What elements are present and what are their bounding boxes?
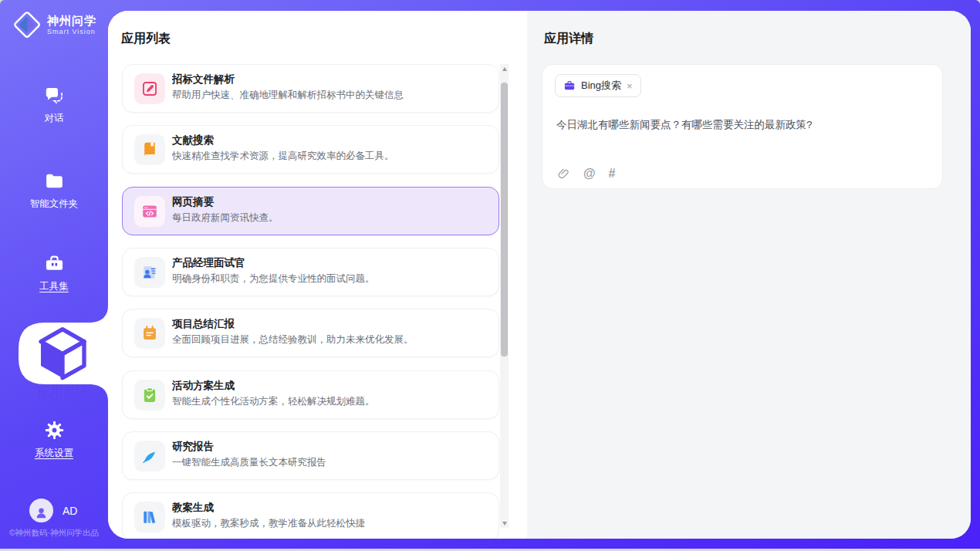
app-icon-tile [134, 502, 165, 532]
app-icon-tile [134, 380, 165, 411]
app-desc: 快速精准查找学术资源，提高研究效率的必备工具。 [172, 150, 488, 163]
interviewer-icon [141, 264, 158, 281]
scroll-up-button[interactable] [500, 64, 509, 73]
brand-logo-icon [12, 10, 42, 39]
app-list-title: 应用列表 [121, 31, 171, 47]
gear-icon [44, 420, 65, 441]
brand-subtitle: Smart Vision [47, 28, 96, 36]
app-desc: 帮助用户快速、准确地理解和解析招标书中的关键信息 [172, 89, 488, 102]
user-name: AD [63, 505, 77, 517]
brand: 神州问学 Smart Vision [12, 10, 96, 39]
app-icon-tile [134, 196, 165, 227]
query-text-input[interactable]: 今日湖北有哪些新闻要点？有哪些需要关注的最新政策? [556, 117, 930, 132]
app-desc: 每日政府新闻资讯快查。 [172, 211, 488, 225]
app-card-webpage-summary[interactable]: 网页摘要 每日政府新闻资讯快查。 [122, 187, 499, 235]
app-desc: 智能生成个性化活动方案，轻松解决规划难题。 [172, 395, 488, 408]
sidebar-item-label: 工具集 [0, 280, 108, 293]
sidebar-item-label: 智能文件夹 [0, 198, 108, 211]
pencil-doc-icon [141, 80, 158, 97]
at-icon[interactable]: @ [583, 167, 596, 181]
app-detail-title: 应用详情 [544, 31, 593, 47]
sidebar: 神州问学 Smart Vision 对话 智能文件夹 工具集 应用市场 系统设置 [0, 0, 108, 549]
sidebar-item-app-market[interactable]: 应用市场 [17, 323, 108, 384]
app-name: 活动方案生成 [172, 379, 488, 393]
app-detail-panel: 应用详情 Bing搜索 × 今日湖北有哪些新闻要点？有哪些需要关注的最新政策? … [527, 11, 971, 539]
app-card-literature-search[interactable]: 文献搜索 快速精准查找学术资源，提高研究效率的必备工具。 [122, 125, 499, 174]
app-name: 网页摘要 [172, 195, 488, 209]
copyright-footer: ©神州数码·神州问学出品 [0, 528, 108, 539]
app-card-pm-interviewer[interactable]: 产品经理面试官 明确身份和职责，为您提供专业性的面试问题。 [122, 248, 499, 296]
cube-icon [17, 323, 108, 384]
chat-icon [44, 85, 65, 106]
list-scrollbar[interactable] [500, 64, 509, 528]
user-icon [34, 503, 49, 518]
composer-toolbar: @ # [556, 167, 616, 181]
app-name: 项目总结汇报 [172, 317, 488, 331]
sidebar-item-label: 对话 [0, 112, 108, 125]
browser-code-icon [141, 203, 158, 220]
app-window: 神州问学 Smart Vision 对话 智能文件夹 工具集 应用市场 系统设置 [0, 0, 980, 549]
app-name: 文献搜索 [172, 134, 488, 147]
hash-icon[interactable]: # [609, 167, 616, 181]
user-account[interactable]: AD [29, 499, 77, 522]
book-icon [141, 141, 158, 158]
paperclip-icon[interactable] [556, 167, 570, 181]
clipboard-check-icon [141, 387, 158, 404]
avatar [29, 499, 53, 522]
app-desc: 一键智能生成高质量长文本研究报告 [172, 456, 488, 469]
app-desc: 模板驱动，教案秒成，教学准备从此轻松快捷 [172, 517, 488, 530]
sidebar-item-smart-folder[interactable]: 智能文件夹 [0, 171, 108, 211]
app-card-bid-document-analysis[interactable]: 招标文件解析 帮助用户快速、准确地理解和解析招标书中的关键信息 [122, 64, 499, 113]
toolbox-icon [44, 253, 65, 274]
app-icon-tile [134, 318, 165, 349]
sidebar-item-chat[interactable]: 对话 [0, 85, 108, 125]
briefcase-icon [563, 79, 576, 92]
brand-name: 神州问学 [47, 14, 96, 27]
app-name: 研究报告 [172, 440, 488, 454]
app-name: 产品经理面试官 [172, 256, 488, 270]
app-desc: 全面回顾项目进展，总结经验教训，助力未来优化发展。 [172, 333, 488, 346]
app-card-research-report[interactable]: 研究报告 一键智能生成高质量长文本研究报告 [122, 431, 499, 480]
app-icon-tile [134, 257, 165, 288]
sidebar-item-toolset[interactable]: 工具集 [0, 253, 108, 293]
scrollbar-thumb[interactable] [501, 83, 508, 357]
calendar-note-icon [141, 325, 158, 342]
app-name: 招标文件解析 [172, 73, 488, 86]
main-content: 应用列表 招标文件解析 帮助用户快速、准确地理解和解析招标书中的关键信息 文献搜… [108, 11, 971, 539]
books-icon [141, 509, 158, 526]
app-icon-tile [134, 73, 165, 104]
sidebar-item-label: 系统设置 [0, 447, 108, 460]
app-icon-tile [134, 441, 165, 472]
app-desc: 明确身份和职责，为您提供专业性的面试问题。 [172, 272, 488, 286]
tool-tag-bing-search[interactable]: Bing搜索 × [555, 74, 641, 97]
sidebar-item-settings[interactable]: 系统设置 [0, 420, 108, 460]
sidebar-item-label: 应用市场 [38, 385, 87, 398]
app-card-lesson-plan[interactable]: 教案生成 模板驱动，教案秒成，教学准备从此轻松快捷 [122, 492, 499, 539]
app-list-panel: 应用列表 招标文件解析 帮助用户快速、准确地理解和解析招标书中的关键信息 文献搜… [108, 11, 527, 539]
app-name: 教案生成 [172, 501, 488, 515]
app-card-project-summary[interactable]: 项目总结汇报 全面回顾项目进展，总结经验教训，助力未来优化发展。 [122, 309, 499, 357]
folder-icon [44, 171, 65, 191]
app-icon-tile [134, 134, 165, 165]
tool-tag-label: Bing搜索 [581, 79, 621, 93]
scroll-down-button[interactable] [500, 519, 509, 528]
pen-report-icon [141, 448, 158, 465]
close-icon[interactable]: × [627, 81, 633, 91]
prompt-card: Bing搜索 × 今日湖北有哪些新闻要点？有哪些需要关注的最新政策? @ # [542, 64, 943, 189]
app-card-event-plan[interactable]: 活动方案生成 智能生成个性化活动方案，轻松解决规划难题。 [122, 370, 499, 419]
